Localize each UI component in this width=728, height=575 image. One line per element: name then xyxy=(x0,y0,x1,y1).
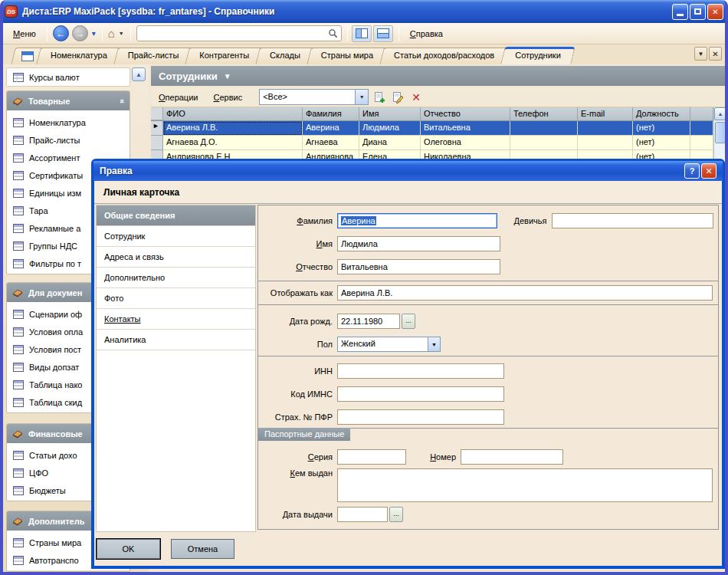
column-header[interactable]: Должность xyxy=(633,107,690,120)
passport-group-label: Паспортные данные xyxy=(258,428,350,441)
column-header[interactable]: ФИО xyxy=(163,107,303,120)
history-dropdown-icon[interactable]: ▾ xyxy=(92,29,96,38)
dialog-nav-dopolnitelno[interactable]: Дополнительно xyxy=(97,268,255,288)
dialog-nav-analitika[interactable]: Аналитика xyxy=(97,330,255,350)
search-box[interactable] xyxy=(136,25,342,41)
last-name-field[interactable]: Аверина xyxy=(337,213,497,228)
tab-price-lists[interactable]: Прайс-листы xyxy=(116,48,191,64)
column-header[interactable]: Фамилия xyxy=(303,107,359,120)
menu-button[interactable]: Меню xyxy=(6,26,43,41)
first-name-field[interactable] xyxy=(337,236,500,251)
table-row[interactable]: ► Аверина Л.В. Аверина Людмила Витальевн… xyxy=(151,121,726,136)
dialog-nav-foto[interactable]: Фото xyxy=(97,288,255,309)
forward-button[interactable]: → xyxy=(72,25,88,41)
maiden-name-label: Девичья xyxy=(503,216,552,225)
dialog-nav-obshchie-svedeniya[interactable]: Общие сведения xyxy=(97,205,255,226)
dialog-nav-sotrudnik[interactable]: Сотрудник xyxy=(97,226,255,247)
passport-group: Паспортные данные Серия Номер Кем выдан … xyxy=(257,428,719,530)
birth-date-picker-button[interactable]: ... xyxy=(402,314,415,329)
back-button[interactable]: ← xyxy=(53,25,69,41)
edit-record-button[interactable] xyxy=(390,90,405,105)
help-button[interactable]: Справка xyxy=(403,26,450,41)
service-menu[interactable]: Сервис xyxy=(205,90,250,105)
series-field[interactable] xyxy=(337,449,406,465)
tab-sklady[interactable]: Склады xyxy=(257,48,313,64)
add-record-button[interactable] xyxy=(372,90,387,105)
column-header[interactable]: E-mail xyxy=(578,107,633,120)
cancel-button[interactable]: Отмена xyxy=(171,539,234,559)
column-header[interactable]: Отчество xyxy=(421,107,510,120)
layout-left-panel-button[interactable] xyxy=(352,25,372,42)
sidebar-group-header[interactable]: Товарные « xyxy=(7,91,130,110)
sidebar-item-kursy-valyut[interactable]: Курсы валют xyxy=(6,67,130,87)
tab-kontragenty[interactable]: Контрагенты xyxy=(187,48,261,64)
table-row[interactable]: Агнаева Д.О. Агнаева Диана Олеговна (нет… xyxy=(151,136,726,150)
table-header-row: ФИО Фамилия Имя Отчество Телефон E-mail … xyxy=(151,107,726,121)
issue-date-field[interactable] xyxy=(337,507,388,522)
scrollbar-thumb[interactable] xyxy=(715,122,726,143)
tab-stati-dohodov[interactable]: Статьи доходов/расходов xyxy=(382,48,507,64)
sidebar-item[interactable]: Номенклатура xyxy=(7,113,130,131)
tab-list-dropdown-button[interactable]: ▼ xyxy=(694,47,707,61)
list-icon xyxy=(13,136,24,145)
dialog-close-button[interactable]: ✕ xyxy=(701,163,717,179)
toolbar-separator xyxy=(398,26,399,41)
list-icon xyxy=(13,398,24,407)
display-as-group: Отображать как xyxy=(257,281,719,305)
ok-button[interactable]: OK xyxy=(97,539,160,559)
series-label: Серия xyxy=(263,452,337,462)
list-icon xyxy=(13,380,24,389)
section-menu-icon[interactable]: ▼ xyxy=(224,72,231,80)
inn-field[interactable] xyxy=(337,363,504,379)
delete-record-button[interactable]: ✕ xyxy=(408,90,424,105)
close-button[interactable]: ✕ xyxy=(707,4,723,20)
imns-code-field[interactable] xyxy=(337,386,504,402)
minimize-button[interactable] xyxy=(672,4,688,20)
forward-icon: → xyxy=(75,28,84,39)
dialog-nav-kontakty[interactable]: Контакты xyxy=(97,309,255,330)
pfr-number-field[interactable] xyxy=(337,409,504,425)
tab-strany-mira[interactable]: Страны мира xyxy=(309,48,385,64)
issue-date-picker-button[interactable]: ... xyxy=(389,507,403,522)
number-field[interactable] xyxy=(461,449,563,465)
list-icon xyxy=(13,363,24,372)
home-dropdown-icon[interactable]: ▼ xyxy=(119,31,124,36)
column-header[interactable]: Телефон xyxy=(510,107,578,120)
edit-dialog: Правка ? ✕ Личная карточка Общие сведени… xyxy=(91,159,725,569)
maiden-name-field[interactable] xyxy=(552,213,713,228)
dialog-help-button[interactable]: ? xyxy=(684,163,700,179)
display-as-label: Отображать как xyxy=(263,288,337,297)
select-dropdown-icon[interactable]: ▼ xyxy=(428,337,440,351)
names-group: Фамилия Аверина Девичья Имя Отчество xyxy=(257,205,719,281)
combobox-dropdown-icon[interactable]: ▼ xyxy=(355,90,368,104)
display-as-field[interactable] xyxy=(337,285,713,301)
home-icon[interactable]: ⌂ xyxy=(108,27,115,40)
tab-close-button[interactable]: ✕ xyxy=(709,47,722,61)
list-icon xyxy=(13,242,24,251)
dialog-form: Фамилия Аверина Девичья Имя Отчество xyxy=(257,205,719,532)
layout-bottom-panel-button[interactable] xyxy=(373,25,393,42)
table-vertical-scrollbar[interactable]: ▲ xyxy=(713,107,726,159)
sidebar-item[interactable]: Прайс-листы xyxy=(7,131,130,149)
maximize-button[interactable] xyxy=(690,4,706,20)
list-icon xyxy=(13,259,24,268)
sidebar-scroll-up-button[interactable]: ▲ xyxy=(132,67,146,81)
list-icon xyxy=(13,189,24,198)
filter-combobox[interactable]: <Все> ▼ xyxy=(259,89,369,105)
tab-nomenklatura[interactable]: Номенклатура xyxy=(38,48,120,64)
collapse-icon[interactable]: « xyxy=(118,98,127,103)
gender-select[interactable]: Женский ▼ xyxy=(337,337,441,352)
scroll-up-icon[interactable]: ▲ xyxy=(714,107,726,120)
operations-menu[interactable]: Операции xyxy=(151,90,205,105)
birth-date-field[interactable] xyxy=(337,314,400,329)
dialog-nav-adresa-i-svyaz[interactable]: Адреса и связь xyxy=(97,247,255,268)
list-icon xyxy=(13,206,24,215)
issued-by-field[interactable] xyxy=(337,468,713,502)
search-input[interactable] xyxy=(140,29,328,38)
book-icon xyxy=(11,288,24,298)
tab-sotrudniki[interactable]: Сотрудники xyxy=(503,47,573,64)
issued-by-label: Кем выдан xyxy=(263,468,337,478)
list-icon xyxy=(13,486,24,495)
column-header[interactable]: Имя xyxy=(359,107,421,120)
middle-name-field[interactable] xyxy=(337,259,500,274)
